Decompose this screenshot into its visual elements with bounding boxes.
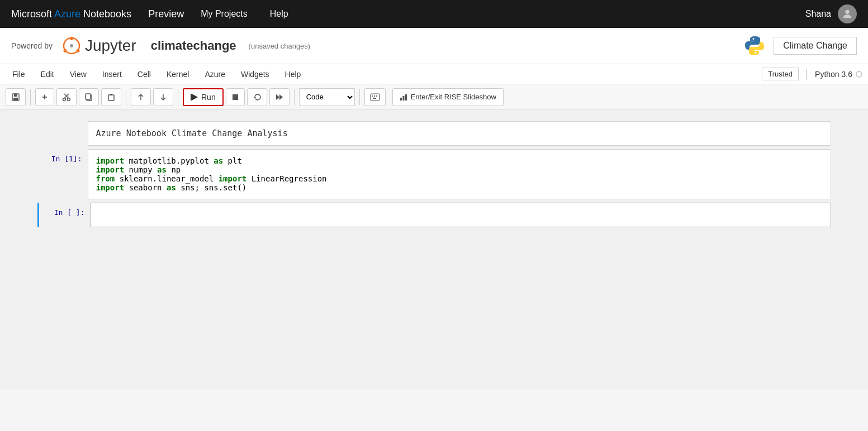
svg-point-5 bbox=[70, 44, 73, 47]
my-projects-link[interactable]: My Projects bbox=[201, 9, 248, 19]
svg-rect-27 bbox=[405, 94, 407, 100]
cut-button[interactable] bbox=[56, 88, 77, 106]
trusted-button[interactable]: Trusted bbox=[762, 68, 799, 80]
jupyter-logo: Jupyter bbox=[61, 36, 136, 56]
username-label: Shana bbox=[805, 9, 831, 19]
top-nav-right: Shana bbox=[805, 4, 857, 23]
save-icon bbox=[11, 93, 20, 102]
cell-type-select[interactable]: Code bbox=[299, 88, 355, 106]
svg-marker-19 bbox=[279, 94, 283, 100]
code-plain-7: seaborn bbox=[129, 183, 167, 192]
code-cell-1-content[interactable]: import matplotlib.pyplot as plt import n… bbox=[88, 149, 831, 199]
svg-point-3 bbox=[63, 49, 67, 52]
top-nav-links: My Projects Help bbox=[201, 9, 288, 19]
menu-file[interactable]: File bbox=[6, 68, 32, 81]
keyboard-button[interactable] bbox=[364, 88, 386, 106]
run-button[interactable]: Run bbox=[183, 88, 224, 106]
python-logo-icon bbox=[743, 35, 766, 57]
svg-marker-15 bbox=[192, 94, 198, 100]
code-line-1: import matplotlib.pyplot as plt bbox=[96, 156, 823, 165]
unsaved-indicator: (unsaved changes) bbox=[249, 42, 311, 50]
code-line-2: import numpy as np bbox=[96, 165, 823, 174]
move-down-icon bbox=[159, 93, 168, 102]
restart-button[interactable] bbox=[247, 88, 267, 106]
fast-forward-button[interactable] bbox=[269, 88, 290, 106]
markdown-cell-label bbox=[37, 121, 88, 127]
run-icon bbox=[191, 93, 198, 101]
kernel-circle-icon bbox=[856, 71, 862, 78]
code-plain-8: sns; sns.set() bbox=[181, 183, 246, 192]
fast-forward-icon bbox=[275, 93, 284, 102]
move-down-button[interactable] bbox=[153, 88, 173, 106]
empty-cell-wrapper: In [ ]: bbox=[37, 203, 831, 227]
kw-import-3: import bbox=[219, 174, 247, 183]
restart-icon bbox=[253, 93, 262, 102]
code-plain-1: matplotlib.pyplot bbox=[129, 156, 214, 165]
markdown-cell-content[interactable]: Azure Notebook Climate Change Analysis bbox=[88, 121, 831, 146]
stop-icon bbox=[231, 93, 239, 101]
move-up-icon bbox=[136, 93, 145, 102]
code-cell-1-label: In [1]: bbox=[37, 149, 88, 163]
toolbar-separator-3 bbox=[178, 89, 178, 105]
code-plain-3: numpy bbox=[129, 165, 158, 174]
notebook-area: Azure Notebook Climate Change Analysis I… bbox=[0, 110, 868, 389]
brand-label: Microsoft Azure Notebooks bbox=[11, 8, 131, 20]
kw-as-1: as bbox=[214, 156, 223, 165]
menu-edit[interactable]: Edit bbox=[34, 68, 61, 81]
menu-azure[interactable]: Azure bbox=[198, 68, 232, 81]
powered-by-label: Powered by bbox=[11, 41, 53, 50]
code-plain-4: np bbox=[171, 165, 181, 174]
empty-cell-content[interactable] bbox=[91, 203, 831, 227]
azure-label: Azure bbox=[54, 8, 80, 20]
move-up-button[interactable] bbox=[131, 88, 151, 106]
kw-import-2: import bbox=[96, 165, 125, 174]
svg-rect-20 bbox=[371, 94, 380, 100]
chart-icon bbox=[400, 93, 407, 101]
menu-view[interactable]: View bbox=[63, 68, 93, 81]
preview-label: Preview bbox=[148, 8, 184, 20]
toolbar-separator-4 bbox=[294, 89, 295, 105]
svg-point-10 bbox=[68, 98, 70, 100]
svg-rect-25 bbox=[400, 98, 402, 100]
code-cell-1-wrapper: In [1]: import matplotlib.pyplot as plt … bbox=[37, 149, 831, 199]
save-button[interactable] bbox=[6, 88, 26, 106]
menu-insert[interactable]: Insert bbox=[96, 68, 129, 81]
plus-icon: + bbox=[42, 92, 47, 102]
svg-rect-26 bbox=[402, 96, 404, 100]
notebook-filename: climatechange bbox=[151, 39, 236, 53]
svg-point-2 bbox=[70, 37, 73, 40]
help-link[interactable]: Help bbox=[270, 9, 288, 19]
jupyter-text: Jupyter bbox=[85, 37, 136, 55]
rise-slideshow-button[interactable]: Enter/Exit RISE Slideshow bbox=[392, 88, 504, 106]
user-avatar[interactable] bbox=[838, 4, 857, 23]
code-plain-6: LinearRegression bbox=[252, 174, 327, 183]
menu-help[interactable]: Help bbox=[278, 68, 308, 81]
menu-kernel[interactable]: Kernel bbox=[160, 68, 196, 81]
svg-rect-8 bbox=[13, 98, 18, 100]
code-line-3: from sklearn.linear_model import LinearR… bbox=[96, 174, 823, 183]
menu-cell[interactable]: Cell bbox=[131, 68, 158, 81]
svg-point-9 bbox=[63, 98, 66, 100]
svg-point-4 bbox=[76, 49, 79, 52]
paste-icon bbox=[107, 93, 116, 102]
notebook-title-button[interactable]: Climate Change bbox=[774, 37, 857, 55]
menu-widgets[interactable]: Widgets bbox=[234, 68, 276, 81]
toolbar-separator-2 bbox=[126, 89, 126, 105]
kw-from: from bbox=[96, 174, 115, 183]
svg-rect-17 bbox=[233, 94, 238, 100]
add-cell-button[interactable]: + bbox=[35, 88, 54, 106]
kw-import-4: import bbox=[96, 183, 125, 192]
svg-rect-13 bbox=[108, 95, 114, 100]
svg-rect-23 bbox=[376, 95, 377, 97]
kw-as-2: as bbox=[157, 165, 167, 174]
svg-point-0 bbox=[845, 10, 849, 14]
menu-bar-right: Trusted | Python 3.6 bbox=[762, 68, 862, 80]
copy-icon bbox=[84, 93, 93, 102]
copy-button[interactable] bbox=[79, 88, 99, 106]
code-plain-2: plt bbox=[228, 156, 242, 165]
interrupt-button[interactable] bbox=[226, 88, 245, 106]
toolbar-separator-5 bbox=[359, 89, 360, 105]
kernel-status: Python 3.6 bbox=[815, 70, 862, 79]
paste-button[interactable] bbox=[101, 88, 121, 106]
code-plain-5: sklearn.linear_model bbox=[120, 174, 219, 183]
